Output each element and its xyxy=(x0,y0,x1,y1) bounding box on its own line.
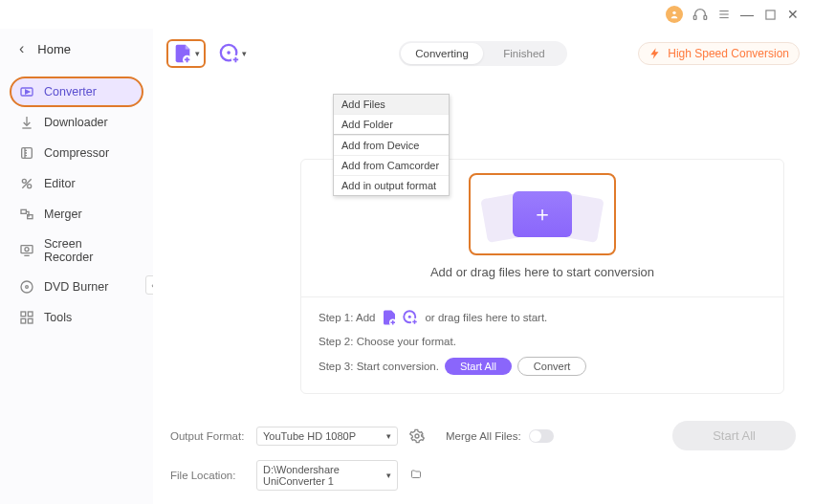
svg-point-17 xyxy=(21,281,33,293)
divider xyxy=(301,296,783,297)
folder-add-icon: ＋ xyxy=(513,191,572,237)
open-folder-icon[interactable] xyxy=(409,469,423,482)
menu-item-add-from-device[interactable]: Add from Device xyxy=(334,135,449,155)
sidebar-item-label: Tools xyxy=(44,311,72,324)
high-speed-label: High Speed Conversion xyxy=(668,47,789,60)
support-icon[interactable] xyxy=(692,7,708,22)
svg-rect-22 xyxy=(28,318,33,323)
svg-line-12 xyxy=(22,179,31,187)
tab-converting[interactable]: Converting xyxy=(401,43,483,64)
step-3-text: Step 3: Start conversion. xyxy=(319,361,439,372)
compressor-icon xyxy=(19,145,34,161)
sidebar-item-downloader[interactable]: Downloader xyxy=(10,107,143,138)
add-dvd-icon[interactable] xyxy=(402,309,419,326)
menu-item-add-files[interactable]: Add Files xyxy=(334,95,449,114)
svg-point-10 xyxy=(22,179,26,183)
tab-finished[interactable]: Finished xyxy=(483,43,565,64)
dvd-icon xyxy=(19,279,34,295)
add-files-button[interactable]: ▾ xyxy=(166,39,206,68)
output-format-label: Output Format: xyxy=(170,430,245,442)
svg-point-31 xyxy=(415,434,419,438)
sidebar-item-label: Merger xyxy=(44,208,82,221)
sidebar-item-merger[interactable]: Merger xyxy=(10,199,143,230)
chevron-down-icon: ▾ xyxy=(386,471,391,480)
chevron-down-icon: ▾ xyxy=(242,49,247,58)
output-format-value: YouTube HD 1080P xyxy=(263,430,356,442)
file-location-value: D:\Wondershare UniConverter 1 xyxy=(263,464,386,487)
svg-rect-2 xyxy=(704,15,707,19)
step-3: Step 3: Start conversion. Start All Conv… xyxy=(319,357,766,376)
editor-icon xyxy=(19,176,34,191)
sidebar: ‹ Home Converter Downloader Compressor xyxy=(0,29,153,504)
steps: Step 1: Add or drag files here to start.… xyxy=(319,309,766,376)
status-tabs: Converting Finished xyxy=(399,41,567,66)
converter-icon xyxy=(19,84,34,99)
svg-point-25 xyxy=(227,51,231,55)
home-label: Home xyxy=(37,42,71,56)
start-all-pill[interactable]: Start All xyxy=(445,358,512,375)
sidebar-item-label: Converter xyxy=(44,85,97,99)
add-dvd-button[interactable]: ▾ xyxy=(219,43,247,64)
toolbar: ▾ ▾ Converting Finished High Speed Conve… xyxy=(166,34,800,73)
svg-rect-1 xyxy=(693,15,696,19)
sidebar-item-label: Editor xyxy=(44,177,76,190)
sidebar-item-label: Compressor xyxy=(44,146,109,160)
high-speed-conversion-button[interactable]: High Speed Conversion xyxy=(638,42,800,65)
menu-item-add-folder[interactable]: Add Folder xyxy=(334,114,449,134)
start-all-button[interactable]: Start All xyxy=(672,421,796,450)
chevron-down-icon: ▾ xyxy=(195,49,200,58)
lightning-icon xyxy=(648,47,662,60)
sidebar-item-label: Downloader xyxy=(44,116,108,129)
format-settings-icon[interactable] xyxy=(409,428,425,444)
home-button[interactable]: ‹ Home xyxy=(0,33,153,71)
add-file-icon xyxy=(172,43,193,64)
add-files-dropdown: Add Files Add Folder Add from Device Add… xyxy=(333,94,450,196)
sidebar-item-converter[interactable]: Converter xyxy=(10,77,143,107)
svg-point-11 xyxy=(28,185,32,188)
sidebar-item-label: DVD Burner xyxy=(44,280,108,294)
step-1-post: or drag files here to start. xyxy=(425,312,547,323)
file-location-select[interactable]: D:\Wondershare UniConverter 1 ▾ xyxy=(256,460,398,491)
maximize-button[interactable] xyxy=(763,8,777,21)
user-avatar-icon[interactable] xyxy=(666,6,683,23)
sidebar-item-screen-recorder[interactable]: Screen Recorder xyxy=(10,230,143,272)
svg-rect-13 xyxy=(21,209,26,213)
sidebar-item-compressor[interactable]: Compressor xyxy=(10,138,143,168)
sidebar-item-dvd-burner[interactable]: DVD Burner xyxy=(10,272,143,302)
chevron-down-icon: ▾ xyxy=(386,431,391,441)
download-icon xyxy=(19,115,34,130)
menu-item-add-in-output-format[interactable]: Add in output format xyxy=(334,175,449,195)
sidebar-item-editor[interactable]: Editor xyxy=(10,168,143,199)
svg-rect-6 xyxy=(765,10,774,18)
titlebar: — ✕ xyxy=(0,0,813,29)
app-window: — ✕ ‹ Home Converter Downloader xyxy=(0,0,813,504)
merge-all-toggle[interactable] xyxy=(529,429,554,443)
svg-rect-15 xyxy=(21,246,33,253)
svg-point-18 xyxy=(26,286,29,289)
hamburger-icon[interactable] xyxy=(717,8,731,21)
screen-recorder-icon xyxy=(19,243,34,258)
output-format-select[interactable]: YouTube HD 1080P ▾ xyxy=(256,427,398,446)
step-1-pre: Step 1: Add xyxy=(319,312,375,323)
convert-pill[interactable]: Convert xyxy=(517,357,587,376)
main-panel: ▾ ▾ Converting Finished High Speed Conve… xyxy=(153,29,813,504)
sidebar-item-tools[interactable]: Tools xyxy=(10,302,143,333)
svg-rect-19 xyxy=(21,312,26,317)
back-icon: ‹ xyxy=(19,40,24,57)
footer: Output Format: YouTube HD 1080P ▾ Merge … xyxy=(166,409,800,494)
minimize-button[interactable]: — xyxy=(740,8,754,21)
merger-icon xyxy=(19,207,34,222)
add-file-icon[interactable] xyxy=(381,309,398,326)
tools-icon xyxy=(19,310,34,325)
svg-marker-8 xyxy=(26,90,30,94)
step-1: Step 1: Add or drag files here to start. xyxy=(319,309,766,326)
svg-point-16 xyxy=(25,248,29,252)
close-button[interactable]: ✕ xyxy=(786,8,800,21)
step-2: Step 2: Choose your format. xyxy=(319,336,766,347)
svg-point-0 xyxy=(672,11,675,14)
menu-item-add-from-camcorder[interactable]: Add from Camcorder xyxy=(334,155,449,175)
sidebar-item-label: Screen Recorder xyxy=(44,237,134,264)
merge-all-label: Merge All Files: xyxy=(446,430,521,442)
drop-hero[interactable]: ＋ xyxy=(469,173,616,255)
add-dvd-icon xyxy=(219,43,240,64)
